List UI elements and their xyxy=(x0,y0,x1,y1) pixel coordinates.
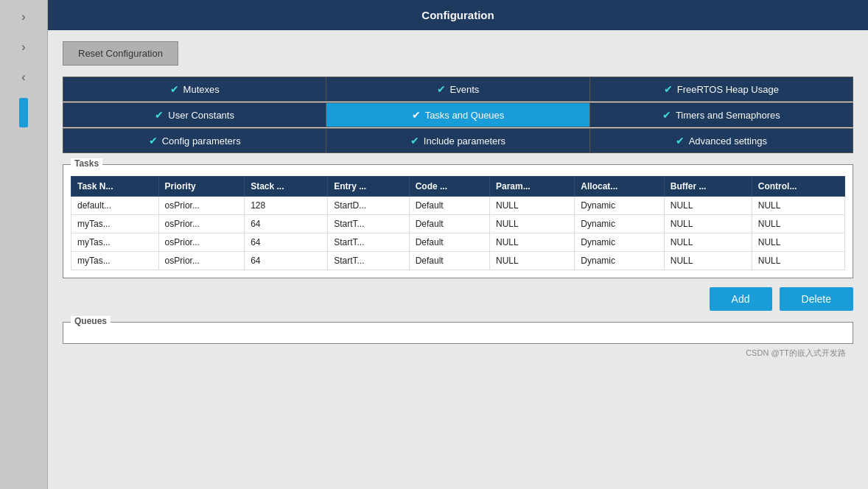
table-cell-r2-c4: Default xyxy=(409,233,489,252)
sidebar-arrow-1[interactable]: › xyxy=(15,7,31,27)
watermark: CSDN @TT的嵌入式开发路 xyxy=(63,344,853,359)
table-row[interactable]: default...osPrior...128StartD...DefaultN… xyxy=(71,197,845,215)
tab-timers-semaphores[interactable]: ✔ Timers and Semaphores xyxy=(590,103,853,127)
table-row[interactable]: myTas...osPrior...64StartT...DefaultNULL… xyxy=(71,233,845,252)
tab-advanced-settings-label: Advanced settings xyxy=(689,136,767,147)
table-cell-r3-c6: Dynamic xyxy=(575,252,664,270)
table-cell-r2-c1: osPrior... xyxy=(158,233,245,252)
reset-configuration-button[interactable]: Reset Configuration xyxy=(63,41,178,66)
table-cell-r3-c7: NULL xyxy=(664,252,752,270)
table-cell-r3-c3: StartT... xyxy=(328,252,410,270)
table-cell-r2-c6: Dynamic xyxy=(575,233,664,252)
tabs-row-1: ✔ Mutexes ✔ Events ✔ FreeRTOS Heap Usage xyxy=(63,77,853,102)
queues-section-label: Queues xyxy=(71,316,111,326)
table-row[interactable]: myTas...osPrior...64StartT...DefaultNULL… xyxy=(71,215,845,233)
table-cell-r1-c0: myTas... xyxy=(71,215,159,233)
table-cell-r1-c5: NULL xyxy=(489,215,574,233)
table-cell-r3-c0: myTas... xyxy=(71,252,159,270)
table-row[interactable]: myTas...osPrior...64StartT...DefaultNULL… xyxy=(71,252,845,270)
tab-events-label: Events xyxy=(450,84,480,95)
tab-timers-semaphores-label: Timers and Semaphores xyxy=(676,110,780,121)
table-cell-r0-c2: 128 xyxy=(245,197,328,215)
tab-user-constants-label: User Constants xyxy=(168,110,234,121)
sidebar-arrow-3[interactable]: ‹ xyxy=(15,68,31,87)
col-stack: Stack ... xyxy=(245,177,328,197)
check-icon-include-params: ✔ xyxy=(410,135,419,147)
table-cell-r2-c0: myTas... xyxy=(71,233,159,252)
col-param: Param... xyxy=(489,177,574,197)
tasks-section: Tasks Task N... Priority Stack ... Entry… xyxy=(63,164,853,278)
delete-button[interactable]: Delete xyxy=(780,287,853,311)
table-cell-r0-c5: NULL xyxy=(489,197,574,215)
tab-config-params-label: Config parameters xyxy=(162,136,241,147)
table-cell-r3-c8: NULL xyxy=(752,252,844,270)
col-priority: Priority xyxy=(158,177,245,197)
tasks-table: Task N... Priority Stack ... Entry ... C… xyxy=(71,176,845,270)
tab-include-params-label: Include parameters xyxy=(424,136,505,147)
table-header-row: Task N... Priority Stack ... Entry ... C… xyxy=(71,177,845,197)
col-task-name: Task N... xyxy=(71,177,159,197)
table-cell-r0-c3: StartD... xyxy=(328,197,410,215)
action-buttons-row: Add Delete xyxy=(63,287,853,311)
table-cell-r0-c1: osPrior... xyxy=(158,197,245,215)
table-cell-r1-c1: osPrior... xyxy=(158,215,245,233)
tabs-row-3: ✔ Config parameters ✔ Include parameters… xyxy=(63,128,853,153)
check-icon-mutexes: ✔ xyxy=(170,83,179,95)
content-area: Reset Configuration ✔ Mutexes ✔ Events ✔… xyxy=(48,30,868,489)
tasks-section-label: Tasks xyxy=(71,158,102,169)
sidebar-arrow-2[interactable]: › xyxy=(15,38,31,57)
table-cell-r3-c5: NULL xyxy=(489,252,574,270)
title-bar: Configuration xyxy=(48,0,868,30)
tab-mutexes-label: Mutexes xyxy=(183,84,220,95)
table-cell-r2-c8: NULL xyxy=(752,233,844,252)
tab-tasks-queues-label: Tasks and Queues xyxy=(425,110,505,121)
table-cell-r3-c4: Default xyxy=(409,252,489,270)
tab-mutexes[interactable]: ✔ Mutexes xyxy=(63,77,326,101)
tab-freertos-heap[interactable]: ✔ FreeRTOS Heap Usage xyxy=(590,77,853,101)
table-cell-r2-c7: NULL xyxy=(664,233,752,252)
table-cell-r0-c8: NULL xyxy=(752,197,844,215)
table-cell-r1-c7: NULL xyxy=(664,215,752,233)
table-cell-r2-c2: 64 xyxy=(245,233,328,252)
tabs-row-2: ✔ User Constants ✔ Tasks and Queues ✔ Ti… xyxy=(63,102,853,127)
tab-include-params[interactable]: ✔ Include parameters xyxy=(326,129,589,152)
check-icon-freertos-heap: ✔ xyxy=(664,83,673,95)
col-control: Control... xyxy=(752,177,844,197)
table-cell-r1-c3: StartT... xyxy=(328,215,410,233)
table-cell-r0-c7: NULL xyxy=(664,197,752,215)
check-icon-user-constants: ✔ xyxy=(155,109,164,121)
table-cell-r2-c5: NULL xyxy=(489,233,574,252)
table-cell-r1-c8: NULL xyxy=(752,215,844,233)
check-icon-tasks-queues: ✔ xyxy=(412,109,421,121)
add-button[interactable]: Add xyxy=(710,287,772,311)
col-allocat: Allocat... xyxy=(575,177,664,197)
main-content: Configuration Reset Configuration ✔ Mute… xyxy=(48,0,868,489)
tab-events[interactable]: ✔ Events xyxy=(326,77,589,101)
tab-advanced-settings[interactable]: ✔ Advanced settings xyxy=(590,129,853,152)
table-cell-r0-c6: Dynamic xyxy=(575,197,664,215)
col-entry: Entry ... xyxy=(328,177,410,197)
title-label: Configuration xyxy=(421,9,494,21)
check-icon-timers-semaphores: ✔ xyxy=(662,109,671,121)
tab-freertos-heap-label: FreeRTOS Heap Usage xyxy=(677,84,779,95)
table-cell-r2-c3: StartT... xyxy=(328,233,410,252)
col-buffer: Buffer ... xyxy=(664,177,752,197)
tab-user-constants[interactable]: ✔ User Constants xyxy=(63,103,326,127)
check-icon-config-params: ✔ xyxy=(149,135,158,147)
queues-section: Queues xyxy=(63,322,853,344)
check-icon-events: ✔ xyxy=(437,83,446,95)
table-cell-r0-c0: default... xyxy=(71,197,159,215)
check-icon-advanced-settings: ✔ xyxy=(676,135,685,147)
col-code: Code ... xyxy=(409,177,489,197)
table-cell-r3-c2: 64 xyxy=(245,252,328,270)
table-cell-r0-c4: Default xyxy=(409,197,489,215)
table-cell-r1-c4: Default xyxy=(409,215,489,233)
table-cell-r1-c6: Dynamic xyxy=(575,215,664,233)
tab-config-params[interactable]: ✔ Config parameters xyxy=(63,129,326,152)
table-cell-r1-c2: 64 xyxy=(245,215,328,233)
sidebar-blue-bar xyxy=(19,98,28,127)
table-cell-r3-c1: osPrior... xyxy=(158,252,245,270)
tab-tasks-queues[interactable]: ✔ Tasks and Queues xyxy=(326,103,589,127)
sidebar: › › ‹ xyxy=(0,0,48,489)
